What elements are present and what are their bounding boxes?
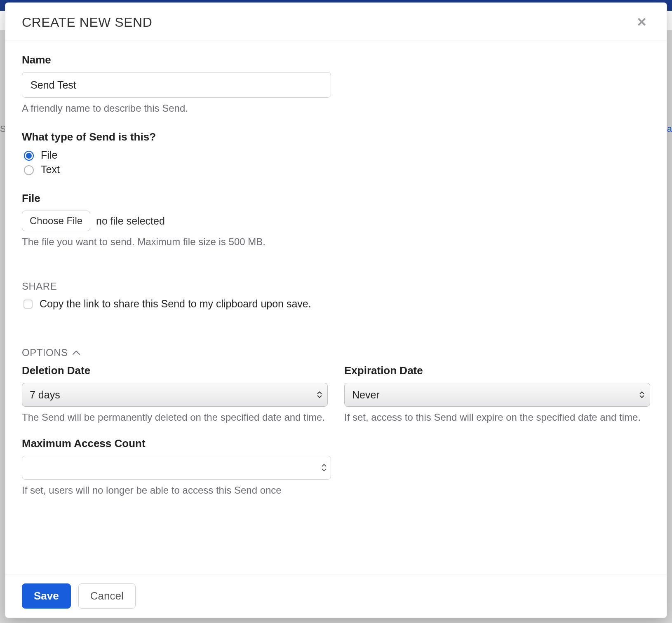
deletion-date-help: The Send will be permanently deleted on …	[22, 412, 328, 423]
options-header[interactable]: OPTIONS	[22, 347, 650, 358]
radio-row-file: File	[22, 149, 650, 161]
stepper-up-icon[interactable]	[321, 464, 327, 467]
copy-link-label: Copy the link to share this Send to my c…	[40, 298, 311, 310]
deletion-date-select[interactable]: 7 days	[22, 383, 328, 407]
copy-link-checkbox[interactable]	[23, 300, 33, 309]
name-help: A friendly name to describe this Send.	[22, 103, 650, 114]
max-access-input[interactable]	[22, 456, 331, 480]
expiration-date-label: Expiration Date	[344, 364, 650, 377]
radio-text-label: Text	[41, 164, 60, 176]
name-group: Name A friendly name to describe this Se…	[22, 54, 650, 114]
name-input[interactable]	[22, 72, 331, 98]
modal-body: Name A friendly name to describe this Se…	[5, 40, 667, 574]
save-button[interactable]: Save	[22, 583, 71, 609]
close-icon[interactable]: ✕	[633, 14, 650, 30]
cancel-button[interactable]: Cancel	[78, 583, 136, 609]
radio-row-text: Text	[22, 164, 650, 176]
choose-file-button[interactable]: Choose File	[22, 211, 90, 231]
max-access-help: If set, users will no longer be able to …	[22, 485, 650, 496]
deletion-date-value: 7 days	[30, 389, 60, 400]
max-access-group: Maximum Access Count If set, users will …	[22, 437, 650, 496]
chevron-up-icon	[72, 349, 80, 357]
file-row: Choose File no file selected	[22, 211, 650, 231]
file-label: File	[22, 192, 650, 205]
share-group: SHARE Copy the link to share this Send t…	[22, 281, 650, 310]
number-stepper[interactable]	[321, 464, 327, 472]
expiration-date-select[interactable]: Never	[344, 383, 650, 407]
share-copy-row: Copy the link to share this Send to my c…	[22, 298, 650, 310]
modal-header: CREATE NEW SEND ✕	[5, 3, 667, 40]
name-label: Name	[22, 54, 650, 66]
deletion-date-group: Deletion Date 7 days The Send will be pe…	[22, 364, 328, 423]
expiration-date-group: Expiration Date Never If set, access to …	[344, 364, 650, 423]
type-label: What type of Send is this?	[22, 131, 650, 143]
create-send-modal: CREATE NEW SEND ✕ Name A friendly name t…	[5, 2, 667, 618]
radio-file[interactable]	[24, 151, 34, 161]
file-status: no file selected	[96, 215, 165, 227]
radio-text[interactable]	[24, 165, 34, 175]
share-title: SHARE	[22, 281, 650, 292]
modal-title: CREATE NEW SEND	[22, 15, 152, 30]
file-help: The file you want to send. Maximum file …	[22, 236, 650, 248]
max-access-label: Maximum Access Count	[22, 437, 650, 450]
stepper-down-icon[interactable]	[321, 468, 327, 472]
radio-file-label: File	[41, 149, 57, 161]
type-group: What type of Send is this? File Text	[22, 131, 650, 176]
options-title: OPTIONS	[22, 347, 68, 358]
expiration-date-value: Never	[352, 389, 380, 400]
deletion-date-label: Deletion Date	[22, 364, 328, 377]
expiration-date-help: If set, access to this Send will expire …	[344, 412, 650, 423]
options-grid: Deletion Date 7 days The Send will be pe…	[22, 364, 650, 423]
modal-footer: Save Cancel	[5, 574, 667, 618]
file-group: File Choose File no file selected The fi…	[22, 192, 650, 248]
